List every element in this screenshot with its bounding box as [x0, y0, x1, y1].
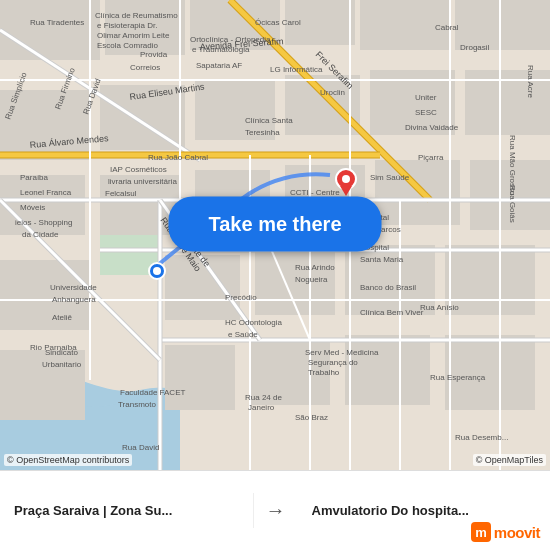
svg-text:Divina Vaidade: Divina Vaidade — [405, 123, 459, 132]
svg-text:Rua Anísio: Rua Anísio — [420, 303, 459, 312]
route-arrow: → — [254, 499, 298, 522]
svg-text:Rua Acre: Rua Acre — [526, 65, 535, 98]
svg-text:Clínica Bem Viver: Clínica Bem Viver — [360, 308, 424, 317]
svg-text:Ateliê: Ateliê — [52, 313, 73, 322]
svg-text:Rua David: Rua David — [122, 443, 159, 452]
svg-text:Drogasil: Drogasil — [460, 43, 490, 52]
svg-text:Rua Desemb...: Rua Desemb... — [455, 433, 508, 442]
svg-text:Rua 24 de: Rua 24 de — [245, 393, 282, 402]
svg-text:São Braz: São Braz — [295, 413, 328, 422]
svg-text:Anhanguera: Anhanguera — [52, 295, 96, 304]
svg-text:e Traumatologia: e Traumatologia — [192, 45, 250, 54]
map-container: Rua Álvaro Mendes Rua Eliseu Martins Ave… — [0, 0, 550, 470]
svg-text:LG Informática: LG Informática — [270, 65, 323, 74]
svg-text:da Cidade: da Cidade — [22, 230, 59, 239]
svg-text:Móveis: Móveis — [20, 203, 45, 212]
svg-text:Ortoclínica - Ortopedia: Ortoclínica - Ortopedia — [190, 35, 271, 44]
origin-section: Praça Saraiva | Zona Su... — [0, 493, 254, 528]
svg-text:Cabral: Cabral — [435, 23, 459, 32]
svg-text:Transmoto: Transmoto — [118, 400, 156, 409]
svg-marker-133 — [340, 186, 352, 196]
svg-text:Provida: Provida — [140, 50, 168, 59]
svg-text:Escola Comradio: Escola Comradio — [97, 41, 158, 50]
svg-text:ieios - Shopping: ieios - Shopping — [15, 218, 72, 227]
svg-text:Rua João Cabral: Rua João Cabral — [148, 153, 208, 162]
svg-text:SESC: SESC — [415, 108, 437, 117]
current-location-dot — [148, 262, 166, 280]
svg-text:Teresinha: Teresinha — [245, 128, 280, 137]
origin-label: Praça Saraiva | Zona Su... — [14, 503, 214, 518]
svg-text:Uniter: Uniter — [415, 93, 437, 102]
svg-rect-1 — [0, 0, 100, 60]
svg-text:Ócicas Carol: Ócicas Carol — [255, 18, 301, 27]
destination-pin — [335, 168, 357, 190]
svg-text:Faculdade FACET: Faculdade FACET — [120, 388, 185, 397]
svg-text:Precódio: Precódio — [225, 293, 257, 302]
svg-text:Olimar Amorim Leite: Olimar Amorim Leite — [97, 31, 170, 40]
svg-text:Banco do Brasil: Banco do Brasil — [360, 283, 416, 292]
moovit-icon: m — [471, 522, 491, 542]
maptiles-attribution: © OpenMapTiles — [473, 454, 546, 466]
svg-text:Universidade: Universidade — [50, 283, 97, 292]
svg-text:Rua Arindo: Rua Arindo — [295, 263, 335, 272]
svg-text:Rua Tiradentes: Rua Tiradentes — [30, 18, 84, 27]
svg-text:HC Odontologia: HC Odontologia — [225, 318, 282, 327]
svg-text:m: m — [475, 525, 487, 540]
svg-point-134 — [342, 175, 350, 183]
svg-text:Urbanitario: Urbanitario — [42, 360, 82, 369]
svg-text:Uroclin: Uroclin — [320, 88, 345, 97]
svg-text:Leonel Franca: Leonel Franca — [20, 188, 72, 197]
svg-text:livraria universitária: livraria universitária — [108, 177, 177, 186]
svg-text:Rua Esperança: Rua Esperança — [430, 373, 486, 382]
destination-label: Amvulatorio Do hospita... — [312, 503, 512, 518]
svg-text:Felcalsul: Felcalsul — [105, 189, 137, 198]
svg-text:Correios: Correios — [130, 63, 160, 72]
svg-text:Sapataria AF: Sapataria AF — [196, 61, 242, 70]
moovit-text: moovit — [494, 524, 540, 541]
svg-text:IAP Cosméticos: IAP Cosméticos — [110, 165, 167, 174]
svg-text:e Fisioterapia Dr.: e Fisioterapia Dr. — [97, 21, 157, 30]
svg-text:Santa Maria: Santa Maria — [360, 255, 404, 264]
svg-text:Piçarra: Piçarra — [418, 153, 444, 162]
svg-rect-28 — [345, 335, 430, 405]
svg-rect-26 — [165, 345, 235, 410]
svg-text:Sim Saúde: Sim Saúde — [370, 173, 410, 182]
svg-text:Nogueira: Nogueira — [295, 275, 328, 284]
osm-attribution: © OpenStreetMap contributors — [4, 454, 132, 466]
svg-text:e Saúde: e Saúde — [228, 330, 258, 339]
svg-text:Segurança do: Segurança do — [308, 358, 358, 367]
svg-text:Sindicato: Sindicato — [45, 348, 78, 357]
svg-text:Trabalho: Trabalho — [308, 368, 340, 377]
svg-text:Clínica de Reumatismo: Clínica de Reumatismo — [95, 11, 178, 20]
svg-point-136 — [153, 267, 161, 275]
take-me-there-button[interactable]: Take me there — [168, 197, 381, 252]
svg-text:Serv Med - Medicina: Serv Med - Medicina — [305, 348, 379, 357]
svg-text:Rua Goiás: Rua Goiás — [508, 185, 517, 223]
moovit-logo: m moovit — [471, 522, 540, 542]
bottom-bar: Praça Saraiva | Zona Su... → Amvulatorio… — [0, 470, 550, 550]
svg-text:Paraíba: Paraíba — [20, 173, 49, 182]
svg-text:Clínica Santa: Clínica Santa — [245, 116, 293, 125]
svg-text:Janeiro: Janeiro — [248, 403, 275, 412]
